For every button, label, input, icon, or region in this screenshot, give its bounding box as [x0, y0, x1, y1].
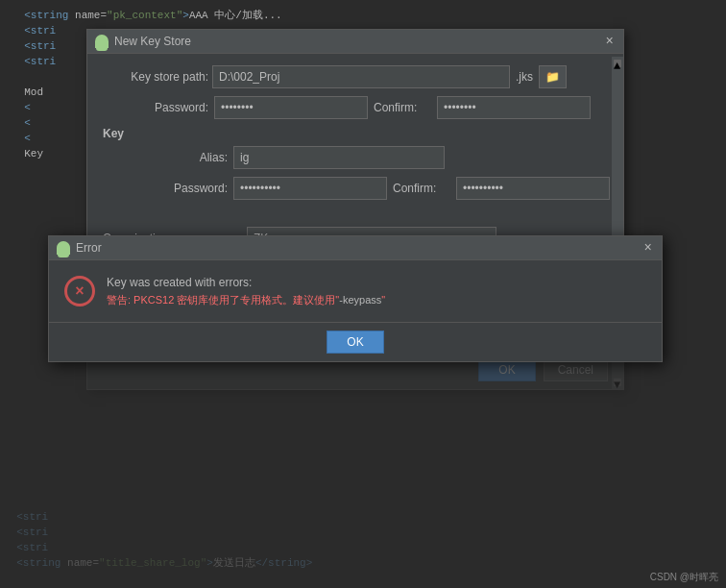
key-password-label: Password:: [122, 182, 228, 195]
title-left: New Key Store: [95, 35, 191, 48]
android-icon: [95, 35, 109, 48]
password-row: Password: Confirm:: [103, 96, 608, 119]
keystore-path-row: Key store path: .jks 📁: [103, 65, 608, 88]
error-title-left: Error: [57, 241, 102, 255]
keystore-title-bar: New Key Store ×: [87, 30, 623, 54]
password-label: Password:: [103, 101, 208, 114]
editor-line: <string name="pk_context">AAA 中心/加载...: [12, 8, 714, 23]
error-message-line1: Key was created with errors:: [107, 274, 646, 291]
csdn-watermark: CSDN @时晖亮: [650, 571, 718, 584]
key-password-input[interactable]: [233, 177, 387, 200]
alias-input[interactable]: [233, 146, 445, 169]
key-confirm-input[interactable]: [456, 177, 610, 200]
password-input[interactable]: [214, 96, 368, 119]
keystore-dialog-title: New Key Store: [114, 35, 191, 48]
jks-suffix: .jks: [516, 70, 533, 84]
error-message-line2: 警告: PKCS12 密钥库使用了专用格式。建议使用"-keypass": [107, 291, 646, 308]
alias-label: Alias:: [122, 151, 228, 164]
keystore-close-button[interactable]: ×: [604, 35, 616, 48]
key-section-header: Key: [103, 127, 608, 140]
keystore-path-input[interactable]: [212, 65, 510, 88]
error-dialog-body: × Key was created with errors: 警告: PKCS1…: [49, 260, 662, 322]
error-dialog: Error × × Key was created with errors: 警…: [48, 235, 663, 362]
error-close-button[interactable]: ×: [642, 241, 654, 255]
key-confirm-label: Confirm:: [393, 182, 450, 195]
error-title-bar: Error ×: [49, 236, 662, 260]
key-password-row: Password: Confirm:: [103, 177, 608, 200]
scroll-up-arrow[interactable]: ▲: [614, 60, 621, 67]
keystore-dialog-body: Key store path: .jks 📁 Password: Confirm…: [87, 54, 623, 219]
error-message: Key was created with errors: 警告: PKCS12 …: [107, 274, 646, 308]
keystore-path-label: Key store path:: [103, 70, 208, 84]
confirm-password-input[interactable]: [437, 96, 591, 119]
browse-folder-button[interactable]: 📁: [539, 65, 567, 88]
error-icon: ×: [64, 276, 95, 306]
error-ok-button[interactable]: OK: [327, 331, 383, 354]
error-dialog-footer: OK: [49, 322, 662, 361]
error-android-icon: [57, 241, 70, 255]
confirm-label: Confirm:: [374, 101, 431, 114]
error-dialog-title: Error: [76, 241, 102, 255]
alias-row: Alias:: [103, 146, 608, 169]
